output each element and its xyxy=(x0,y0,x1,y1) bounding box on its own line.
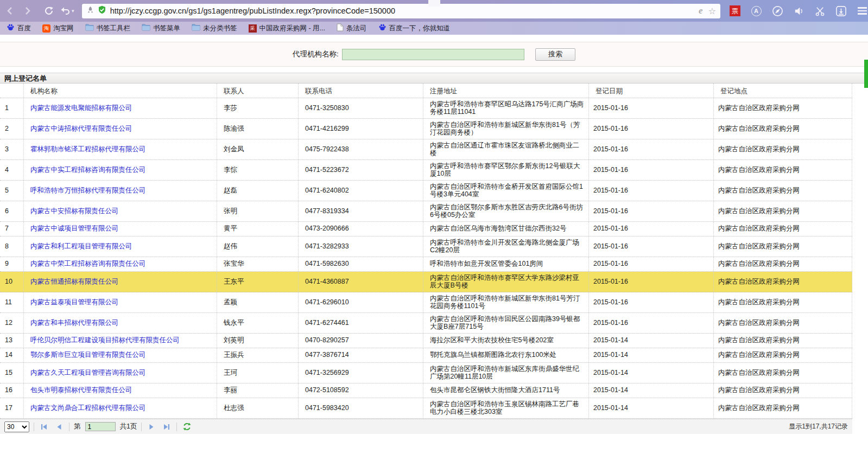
org-name-link[interactable]: 内蒙古中安招标有限责任公司 xyxy=(30,208,119,215)
date-cell: 2015-01-16 xyxy=(589,139,714,159)
table-body: 1内蒙古能源发电聚能招标有限公司李莎0471-3250830内蒙古呼和浩特市赛罕… xyxy=(0,98,852,419)
table-row: 14鄂尔多斯市巨立项目管理有限责任公司王振兵0477-3876714鄂托克旗乌兰… xyxy=(0,348,852,363)
org-name-link[interactable]: 内蒙古中涛招标代理有限责任公司 xyxy=(30,125,132,133)
site-icon[interactable] xyxy=(86,6,94,16)
org-name-link[interactable]: 内蒙古能源发电聚能招标有限公司 xyxy=(30,105,132,112)
org-name-cell: 内蒙古久天工程项目管理咨询有限公司 xyxy=(24,363,217,383)
contact-cell: 钱永平 xyxy=(217,313,299,333)
table-row: 5呼和浩特市万恒招标代理有限责任公司赵磊0471-6240802内蒙古自治区呼和… xyxy=(0,181,852,201)
org-name-link[interactable]: 内蒙古益泰项目管理有限公司 xyxy=(30,299,119,306)
bookmark-item[interactable]: 书签菜单 xyxy=(142,23,180,33)
row-number: 2 xyxy=(0,119,24,139)
table-row: 13呼伦贝尔明信工程建设项目招标代理有限责任公司刘英明0470-8290257海… xyxy=(0,334,852,348)
address-cell: 包头市昆都仑区钢铁大街恒隆大酒店1711号 xyxy=(423,383,589,398)
bookmark-item[interactable]: 百度一下，你就知道 xyxy=(378,23,451,34)
agency-name-input[interactable] xyxy=(342,49,524,60)
org-name-cell: 呼和浩特市万恒招标代理有限责任公司 xyxy=(24,181,217,201)
undo-dropdown-caret[interactable]: ▾ xyxy=(72,8,74,14)
place-cell: 内蒙古自治区政府采购分网 xyxy=(714,160,852,180)
column-header-3[interactable]: 注册地址 xyxy=(423,84,589,98)
download-icon[interactable] xyxy=(835,5,847,17)
current-page-input[interactable] xyxy=(85,422,116,431)
reader-icon[interactable]: A xyxy=(750,5,762,17)
org-name-link[interactable]: 内蒙古中诚项目管理有限公司 xyxy=(30,225,119,233)
next-page-button[interactable] xyxy=(146,421,157,432)
undo-icon[interactable]: ▾ xyxy=(60,4,74,18)
org-name-link[interactable]: 内蒙古久天工程项目管理咨询有限公司 xyxy=(30,369,146,377)
bookmark-item[interactable]: 书签工具栏 xyxy=(85,23,131,33)
org-name-link[interactable]: 内蒙古中实工程招标咨询有限责任公司 xyxy=(30,167,146,174)
bookmark-item[interactable]: 淘淘宝网 xyxy=(42,24,74,33)
compass-icon[interactable] xyxy=(771,5,783,17)
column-header-2[interactable]: 联系电话 xyxy=(299,84,423,98)
url-text[interactable]: http://jczy.ccgp.gov.cn/gs1/gs1agentreg/… xyxy=(110,7,699,15)
place-cell: 内蒙古自治区政府采购分网 xyxy=(714,313,852,333)
folder-icon xyxy=(142,23,150,33)
contact-cell: 刘英明 xyxy=(217,334,299,348)
org-name-link[interactable]: 内蒙古中荣工程招标咨询有限责任公司 xyxy=(30,260,146,268)
org-name-link[interactable]: 包头市明泰招标代理有限责任公司 xyxy=(30,387,132,394)
org-name-cell: 鄂尔多斯市巨立项目管理有限责任公司 xyxy=(24,348,217,362)
org-name-link[interactable]: 内蒙古恒通招标有限责任公司 xyxy=(30,278,119,286)
row-number: 17 xyxy=(0,398,24,418)
bookmarks-bar: 百度淘淘宝网书签工具栏书签菜单未分类书签采中国政府采购网 - 用...条法司百度… xyxy=(0,22,868,35)
ie-icon[interactable]: e xyxy=(699,5,703,16)
taobao-icon: 淘 xyxy=(42,24,50,33)
row-number: 16 xyxy=(0,383,24,398)
org-name-link[interactable]: 呼和浩特市万恒招标代理有限责任公司 xyxy=(30,187,146,195)
prev-page-button[interactable] xyxy=(54,421,65,432)
org-name-link[interactable]: 鄂尔多斯市巨立项目管理有限责任公司 xyxy=(30,351,146,359)
bookmark-label: 书签菜单 xyxy=(153,24,180,33)
records-summary: 显示1到17,共17记录 xyxy=(789,422,848,431)
list-title: 网上登记名单 xyxy=(0,73,868,84)
address-cell: 内蒙古自治区呼和浩特市新城区东库街鼎盛华世纪广场第20幢11层10层 xyxy=(423,363,589,383)
reload-list-icon[interactable] xyxy=(181,421,192,432)
bookmark-item[interactable]: 百度 xyxy=(7,23,31,34)
column-header-0[interactable]: 机构名称 xyxy=(24,84,217,98)
contact-cell: 陈渝强 xyxy=(217,119,299,139)
first-page-button[interactable] xyxy=(39,421,49,432)
contact-cell: 赵伟 xyxy=(217,236,299,257)
folder-icon xyxy=(85,23,94,33)
phone-cell: 0471-3282933 xyxy=(299,236,423,257)
org-name-link[interactable]: 内蒙古文尚鼎合工程招标代理有限公司 xyxy=(30,405,146,412)
contact-cell: 李丽 xyxy=(217,383,299,398)
address-cell: 内蒙古自治区鄂尔多斯市东胜区吉劳庆北路6号街坊6号楼05办公室 xyxy=(423,201,589,221)
star-icon[interactable]: ☆ xyxy=(708,6,716,16)
place-cell: 内蒙古自治区政府采购分网 xyxy=(714,119,852,139)
phone-cell: 0471-4360887 xyxy=(299,272,423,292)
column-header-5[interactable]: 登记地点 xyxy=(714,84,852,98)
phone-cell: 0471-6240802 xyxy=(299,181,423,201)
shield-check-icon[interactable] xyxy=(98,5,106,16)
speaker-icon[interactable] xyxy=(793,5,804,17)
pager-separator xyxy=(69,423,69,431)
column-header-1[interactable]: 联系人 xyxy=(217,84,299,98)
column-header-4[interactable]: 登记日期 xyxy=(589,84,714,98)
refresh-icon[interactable] xyxy=(42,4,56,18)
forward-icon[interactable] xyxy=(21,4,35,18)
date-cell: 2015-01-16 xyxy=(589,222,714,236)
url-bar[interactable]: http://jczy.ccgp.gov.cn/gs1/gs1agentreg/… xyxy=(82,4,720,18)
pager-separator xyxy=(34,423,34,431)
org-name-link[interactable]: 内蒙古和丰招标代理有限公司 xyxy=(30,319,119,327)
page-size-select[interactable]: 30 xyxy=(4,421,29,432)
bookmark-item[interactable]: 条法司 xyxy=(337,23,367,34)
bookmark-item[interactable]: 采中国政府采购网 - 用... xyxy=(249,24,326,33)
org-name-link[interactable]: 呼伦贝尔明信工程建设项目招标代理有限责任公司 xyxy=(30,337,180,344)
scissors-icon[interactable] xyxy=(814,5,826,17)
menu-icon[interactable] xyxy=(856,5,868,17)
table-row: 3霍林郭勒市铭泽工程招标代理有限公司刘金凤0475-7922438内蒙古自治区通… xyxy=(0,139,852,160)
org-name-link[interactable]: 内蒙古和利工程项目管理有限公司 xyxy=(30,243,132,251)
address-cell: 内蒙古自治区呼和浩特市新城区新华东街81号（芳汀花园商务楼） xyxy=(423,119,589,139)
back-icon[interactable] xyxy=(3,4,17,18)
table-row: 17内蒙古文尚鼎合工程招标代理有限公司杜志强0471-5983420内蒙古自治区… xyxy=(0,398,852,419)
last-page-button[interactable] xyxy=(161,421,172,432)
bookmark-item[interactable]: 未分类书签 xyxy=(192,23,237,33)
green-scrollbar-thumb[interactable] xyxy=(864,60,868,88)
page-label: 第 xyxy=(74,422,81,431)
search-button[interactable]: 搜索 xyxy=(535,48,575,61)
ticket-icon[interactable]: 票 xyxy=(729,5,741,17)
row-number: 10 xyxy=(0,272,24,292)
org-name-link[interactable]: 霍林郭勒市铭泽工程招标代理有限公司 xyxy=(30,146,146,154)
place-cell: 内蒙古自治区政府采购分网 xyxy=(714,181,852,201)
